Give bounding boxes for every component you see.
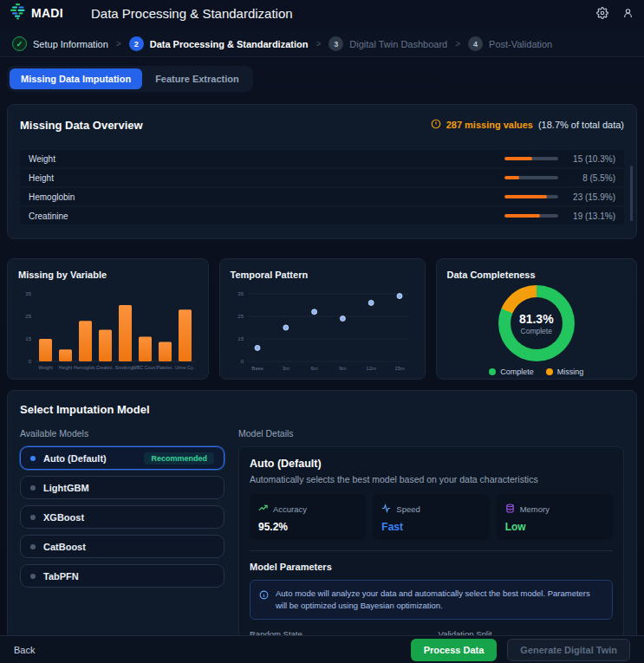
model-details-label: Model Details [238,428,624,439]
missing-bar-track [504,214,558,218]
step-label: Post-Validation [489,39,552,49]
missing-row-label: Creatinine [29,211,68,221]
model-option-auto-default[interactable]: Auto (Default)Recommended [20,446,224,470]
charts-row: Missing by Variable 3525150WeightHeightH… [7,258,637,380]
svg-text:15: 15 [25,336,31,341]
radio-dot-icon [30,544,36,549]
recommended-badge: Recommended [144,452,214,465]
gear-icon [596,7,608,19]
svg-text:Weight: Weight [38,365,53,370]
svg-text:25: 25 [25,314,31,319]
auto-mode-info-note: Auto mode will analyze your data and aut… [250,580,613,620]
model-option-catboost[interactable]: CatBoost [20,535,224,558]
model-option-label: LightGBM [43,483,89,493]
radio-dot-icon [30,574,36,579]
back-button[interactable]: Back [14,645,35,655]
step-label: Digital Twin Dashboard [349,39,447,49]
tab-feature-extraction[interactable]: Feature Extraction [144,68,250,89]
chevron-right-icon: > [116,39,121,49]
svg-text:35: 35 [237,291,244,296]
missing-row-meter: 8 (5.5%) [504,173,615,183]
missing-row-value: 8 (5.5%) [565,173,615,183]
tab-missing-data-imputation[interactable]: Missing Data Imputation [10,68,142,89]
info-note-text: Auto mode will analyze your data and aut… [276,588,603,612]
missing-dot-icon [546,368,553,375]
donut-chart: 81.3% Complete [498,285,575,361]
missing-row-hemoglobin: Hemoglobin23 (15.9%) [20,188,624,205]
legend-label: Complete [500,367,534,376]
svg-text:WBC Coun..: WBC Coun.. [133,365,158,370]
complete-dot-icon [489,368,496,375]
settings-button[interactable] [596,7,608,19]
model-option-xgboost[interactable]: XGBoost [20,505,224,529]
account-button[interactable] [622,7,634,19]
missing-row-weight: Weight15 (10.3%) [20,150,624,167]
svg-text:Hemoglob..: Hemoglob.. [74,365,97,370]
activity-icon [381,501,391,517]
missing-bar-track [504,195,558,198]
svg-text:15m: 15m [394,366,405,371]
svg-text:9m: 9m [339,366,346,371]
svg-text:3m: 3m [282,366,289,371]
stepper-item-post-validation[interactable]: 4Post-Validation [468,36,552,51]
stat-memory: Memory Low [497,494,613,540]
legend-label: Missing [557,367,584,376]
missing-row-value: 19 (13.1%) [565,211,615,221]
scatter-chart-title: Temporal Pattern [231,270,414,280]
svg-text:Base: Base [251,366,263,371]
missing-row-value: 23 (15.9%) [565,192,615,202]
process-data-button[interactable]: Process Data [411,639,498,661]
missing-row-meter: 15 (10.3%) [504,154,615,164]
missing-bar-track [504,157,558,160]
missing-row-label: Hemoglobin [29,192,75,202]
missing-values-alert: 287 missing values (18.7% of total data) [431,117,624,133]
footer-bar: Back Process Data Generate Digital Twin [0,635,644,663]
svg-text:6m: 6m [310,366,317,371]
stat-value: Fast [381,521,480,533]
missing-data-overview-card: Missing Data Overview 287 missing values… [7,104,637,239]
missing-bar-fill [504,157,532,160]
missing-row-label: Height [29,173,54,183]
svg-text:35: 35 [25,291,31,296]
svg-text:25: 25 [237,314,244,319]
step-number: 2 [129,36,144,51]
missing-bar-track [504,176,558,179]
radio-dot-icon [30,515,36,520]
svg-text:12m: 12m [366,366,376,371]
stepper-item-digital-twin-dashboard[interactable]: 3Digital Twin Dashboard [329,36,447,51]
model-option-tabpfn[interactable]: TabPFN [20,564,224,588]
selected-model-name: Auto (Default) [250,458,613,470]
missing-values-count: 287 missing values [446,120,533,130]
tab-bar: Missing Data ImputationFeature Extractio… [7,66,253,92]
model-option-lightgbm[interactable]: LightGBM [20,476,224,499]
step-number: 3 [329,36,343,51]
svg-text:Urine Cy..: Urine Cy.. [175,365,195,370]
stepper: ✓Setup Information>2Data Processing & St… [0,31,644,57]
step-number: 4 [468,36,483,51]
model-details-panel: Auto (Default) Automatically selects the… [238,446,624,663]
missing-row-creatinine: Creatinine19 (13.1%) [20,207,624,224]
missing-row-meter: 19 (13.1%) [504,211,615,221]
bar-chart-title: Missing by Variable [18,270,198,280]
step-label: Data Processing & Standardization [150,39,309,49]
database-icon [505,501,515,517]
stat-label: Memory [520,504,550,514]
info-icon [259,588,269,612]
overview-scrollbar[interactable] [630,166,633,221]
stepper-item-data-processing-standardization[interactable]: 2Data Processing & Standardization [129,36,309,51]
overview-rows: Weight15 (10.3%)Height8 (5.5%)Hemoglobin… [20,150,624,224]
select-imputation-model-card: Select Imputation Model Available Models… [7,390,637,663]
stat-speed: Speed Fast [373,494,489,540]
donut-center: 81.3% Complete [511,297,563,349]
missing-by-variable-card: Missing by Variable 3525150WeightHeightH… [7,258,209,380]
app-header: MADI Data Processing & Standardization [0,0,644,26]
step-label: Setup Information [33,39,108,49]
page-title: Data Processing & Standardization [91,6,293,21]
missing-row-meter: 23 (15.9%) [504,192,615,202]
svg-text:15: 15 [237,336,244,341]
generate-digital-twin-button[interactable]: Generate Digital Twin [507,639,630,661]
svg-text:Platelet..: Platelet.. [156,365,174,370]
radio-dot-icon [30,485,36,491]
trend-up-icon [258,501,268,517]
stepper-item-setup-information[interactable]: ✓Setup Information [12,36,108,51]
